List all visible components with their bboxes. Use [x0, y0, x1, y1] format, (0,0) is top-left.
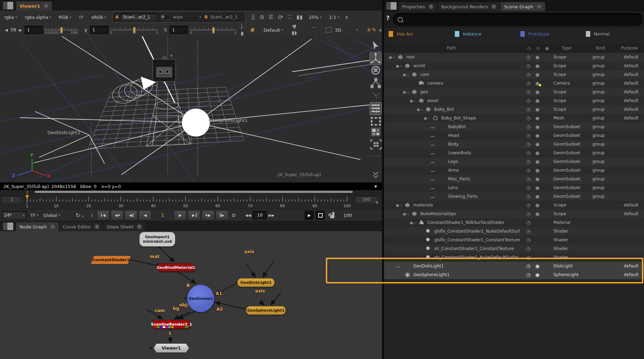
tab-dope-sheet[interactable]: Dope Sheet× — [104, 222, 145, 231]
clock-icon[interactable]: ◷ — [526, 88, 530, 96]
clock-icon[interactable]: ◷ — [526, 253, 530, 262]
row-name[interactable]: NukeMaterialOps — [420, 210, 456, 218]
clock-icon[interactable]: ◷ — [526, 227, 530, 236]
eye-icon[interactable]: ◉ — [535, 62, 539, 70]
clock-icon[interactable]: ◷ — [526, 236, 530, 244]
tree-row-Baby_Bot[interactable]: ●—Baby_Bot◷◉Scopegroupdefault — [384, 105, 644, 114]
row-name[interactable]: Body — [448, 140, 459, 149]
refresh-icon[interactable]: ⟳ — [278, 14, 283, 21]
tab-curve-editor[interactable]: Curve Editor× — [59, 222, 103, 231]
help-button[interactable]: ? — [386, 15, 390, 22]
clock-icon[interactable]: ◷ — [536, 44, 540, 53]
row-name[interactable]: ConstantShader1_NdkSurfaceShader — [427, 218, 505, 227]
ip-toggle[interactable]: IP — [77, 15, 85, 20]
gamma-input[interactable]: 1 — [90, 26, 108, 34]
clock-icon[interactable]: ◷ — [526, 157, 530, 166]
pause-icon[interactable]: ▮▮ — [297, 14, 303, 20]
row-name[interactable]: LowerBody — [448, 149, 471, 157]
info-dropdown-icon[interactable]: ▼ — [374, 185, 377, 188]
eye-icon[interactable]: ◉ — [535, 184, 539, 192]
in-point-button[interactable]: I — [92, 213, 93, 218]
row-name[interactable]: glslfx_ConstantShader1_NukeDefaultSurl — [434, 227, 520, 236]
row-name[interactable]: geo — [420, 88, 428, 96]
channels-dropdown[interactable]: rgba▾ — [3, 15, 18, 20]
expander-icon[interactable]: ●— — [403, 210, 409, 218]
clock-icon[interactable]: ◷ — [526, 175, 530, 184]
expander-icon[interactable]: ●— — [410, 96, 416, 105]
tree-row-cam[interactable]: ●—cam◷◉Scopegroupdefault — [384, 70, 644, 79]
viewport-3d[interactable]: GeoDiskLight1GeoSphereLight12K_Super_35(… — [0, 36, 382, 182]
tree-row-camera[interactable]: camera◷◉Cameragroupdefault — [384, 79, 644, 88]
expander-icon[interactable]: ●— — [403, 88, 409, 96]
s-slider[interactable]: 0 1 4 — [190, 26, 236, 34]
zoom-dropdown[interactable]: 25%▾ — [307, 15, 323, 20]
expander-icon[interactable]: ●— — [410, 218, 416, 227]
close-icon[interactable]: × — [50, 224, 55, 229]
clock-icon[interactable]: ◷ — [526, 184, 530, 192]
tree-row-Glowing_Parts[interactable]: Glowing_Parts◷◉GeomSubsetgroup — [384, 192, 644, 201]
lines-icon[interactable]: ☰ — [269, 14, 273, 20]
tree-row-Baby_Bot_Shape[interactable]: ●—Baby_Bot_Shape◷◉Meshgroupdefault — [384, 114, 644, 123]
node-geoimport[interactable]: GeoImport1minirobot.usd — [139, 232, 175, 247]
tree-row-Arms[interactable]: Arms◷◉GeomSubsetgroup — [384, 166, 644, 175]
clock-icon[interactable]: ◷ — [527, 44, 531, 53]
current-frame[interactable]: 1 — [161, 212, 164, 218]
tree-row-geo[interactable]: ●—geo◷◉Scopegroupdefault — [384, 88, 644, 96]
node-geobindmaterial[interactable]: GeoBindMaterial1 — [158, 263, 194, 272]
tree-row-LowerBody[interactable]: LowerBody◷◉GeomSubsetgroup — [384, 149, 644, 157]
clock-icon[interactable]: ◷ — [526, 114, 530, 123]
expander-icon[interactable]: ●— — [396, 201, 402, 210]
eye-icon[interactable]: ◉ — [535, 70, 539, 79]
tf-dropdown[interactable]: TF▾ — [29, 213, 40, 218]
eye-icon[interactable]: ◉ — [535, 114, 539, 123]
eye-icon[interactable]: ◉ — [535, 201, 539, 210]
clock-icon[interactable]: ◷ — [526, 105, 530, 114]
fstop-label[interactable]: f/8 — [10, 28, 16, 32]
view-mode-dropdown[interactable]: 3D▾ — [334, 28, 359, 33]
column-purpose[interactable]: Purpose — [621, 44, 638, 53]
expander-icon[interactable]: ●— — [389, 53, 396, 62]
eye-icon[interactable]: ◉ — [535, 131, 539, 140]
eye-icon[interactable]: ◉ — [535, 79, 539, 88]
tree-row-world[interactable]: ●—world◷◉Scopegroupdefault — [384, 62, 644, 70]
column-kind[interactable]: Kind — [596, 44, 605, 53]
chevrons-icon[interactable]: » — [374, 201, 380, 203]
node-geoscene[interactable]: GeoScene1 — [187, 284, 214, 312]
tree-row-NukeMaterialOps[interactable]: ●—NukeMaterialOps◷◉Scopedefault — [384, 210, 644, 218]
pane-layout-icon[interactable] — [2, 222, 14, 231]
eye-icon[interactable]: ◉ — [535, 123, 539, 131]
row-name[interactable]: Baby_Bot_Shape — [441, 114, 476, 123]
row-name[interactable]: slr_ConstantShader1_NukeDefaultSurfac — [434, 253, 519, 262]
tree-row-slr_ConstantShader1_NukeDefaultSurfac[interactable]: slr_ConstantShader1_NukeDefaultSurfac◷Sh… — [384, 253, 644, 262]
fstop-next-icon[interactable]: ▶ — [19, 28, 22, 32]
row-name[interactable]: Legs — [448, 157, 458, 166]
tree-row-asset[interactable]: ●—asset◷◉Scopegroupdefault — [384, 96, 644, 105]
clock-icon[interactable]: ◷ — [526, 166, 530, 175]
eye-icon[interactable]: ◉ — [535, 157, 539, 166]
alpha-dropdown[interactable]: rgba.alpha▾ — [23, 15, 53, 20]
colorspace-dropdown[interactable]: sRGB▾ — [90, 15, 107, 20]
gamma-slider[interactable]: 0 1 4 — [110, 26, 158, 34]
curve-icon[interactable]: ⌒ — [311, 26, 316, 34]
crosshair-icon[interactable]: ⛶ — [288, 14, 292, 20]
eyedropper-icon[interactable]: 🜋✎ — [367, 27, 376, 33]
tree-row-materials[interactable]: ●—materials◷◉Scopedefault — [384, 201, 644, 210]
tab-viewer1[interactable]: Viewer1 × — [16, 1, 52, 10]
ratio-dropdown[interactable]: 1:1▾ — [328, 15, 341, 20]
expander-icon[interactable]: ●— — [396, 62, 402, 70]
pane-layout-icon[interactable] — [2, 1, 14, 10]
eye-icon[interactable]: ◉ — [535, 175, 539, 184]
gain-input[interactable]: 1 — [25, 26, 43, 34]
clock-icon[interactable]: ◷ — [526, 210, 530, 218]
tree-row-GeoDiskLight1[interactable]: GeoDiskLight1◷◉DiskLightdefault — [384, 262, 644, 271]
eye-icon[interactable]: ◉ — [535, 271, 539, 279]
row-name[interactable]: Lens — [448, 184, 458, 192]
once-button[interactable]: O — [232, 213, 235, 218]
row-name[interactable]: camera — [427, 79, 443, 88]
loop-mode-icon[interactable]: ↻▾ — [76, 212, 84, 219]
prev-frame-button[interactable]: ◀ — [125, 210, 137, 220]
close-icon[interactable]: × — [94, 224, 99, 229]
clock-icon[interactable]: ◷ — [526, 218, 530, 227]
tree-row-ConstantShader1_NdkSurfaceShader[interactable]: ●—ConstantShader1_NdkSurfaceShader◷Mater… — [384, 218, 644, 227]
node-geodisklight[interactable]: GeoDiskLight1 — [237, 278, 275, 287]
